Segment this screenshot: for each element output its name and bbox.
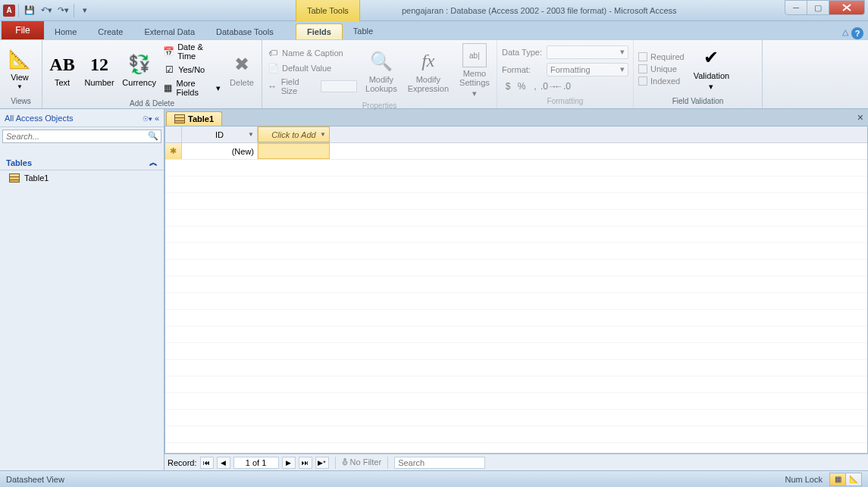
number-field-button[interactable]: 12Number [82, 51, 117, 89]
database-tools-tab[interactable]: Database Tools [205, 24, 284, 39]
workspace: All Access Objects ☉▾ « 🔍 Tables ︽ Table… [0, 109, 868, 470]
ribbon: 📐 View▼ Views ABText 12Number 💱Currency … [0, 39, 868, 109]
data-type-row: Data Type:▾ [500, 45, 630, 60]
views-group-label: Views [3, 95, 39, 107]
redo-icon[interactable]: ↷▾ [55, 3, 71, 18]
column-header-id[interactable]: ID▼ [182, 126, 258, 142]
checkbox-icon: ☑ [163, 64, 175, 76]
column-header-add[interactable]: Click to Add▼ [258, 126, 330, 142]
tables-group-header[interactable]: Tables ︽ [0, 155, 164, 170]
next-record-button[interactable]: ▶ [282, 457, 296, 469]
maximize-button[interactable]: ▢ [807, 0, 829, 15]
ribbon-minimize-icon[interactable]: △ [842, 27, 848, 39]
select-all-cell[interactable] [165, 126, 182, 142]
collapse-group-icon[interactable]: ︽ [149, 157, 158, 168]
field-size-row: ↔Field Size [265, 76, 359, 96]
filter-icon: ⛢ [342, 457, 348, 467]
nav-filter-icon[interactable]: ☉▾ [143, 115, 152, 123]
home-tab[interactable]: Home [44, 24, 87, 39]
record-search-input[interactable] [394, 457, 485, 469]
percent-fmt-icon: % [515, 80, 528, 92]
data-type-select: ▾ [547, 45, 628, 59]
external-data-tab[interactable]: External Data [133, 24, 205, 39]
minimize-button[interactable]: ─ [785, 0, 807, 15]
lookup-icon: 🔍 [369, 49, 393, 73]
cell-add-new[interactable] [258, 143, 330, 159]
name-caption-button: 🏷Name & Caption [265, 46, 359, 60]
qat-customize-icon[interactable]: ▾ [77, 3, 92, 18]
validation-icon: ✔ [699, 45, 723, 70]
memo-settings-button: ab|Memo Settings▾ [456, 42, 494, 100]
more-fields-button[interactable]: ▦More Fields ▾ [161, 78, 222, 98]
quick-access-toolbar: A 💾 ↶▾ ↷▾ ▾ [0, 2, 96, 20]
currency-fmt-icon: $ [502, 80, 514, 92]
window-controls: ─ ▢ [785, 0, 865, 15]
prev-record-button[interactable]: ◀ [217, 457, 230, 469]
currency-field-button[interactable]: 💱Currency [120, 51, 158, 89]
view-switcher: ▦ 📐 [830, 473, 862, 486]
contextual-tab-label: Table Tools [296, 0, 360, 21]
filter-indicator: ⛢ No Filter [342, 457, 382, 467]
search-icon[interactable]: 🔍 [148, 131, 158, 140]
datetime-field-button[interactable]: 📅Date & Time [161, 42, 222, 61]
currency-icon: 💱 [127, 52, 152, 76]
nav-search[interactable]: 🔍 [2, 130, 161, 153]
indexed-checkbox: Indexed [637, 76, 686, 86]
add-column-dropdown-icon[interactable]: ▼ [320, 131, 326, 138]
datasheet-view-button[interactable]: ▦ [829, 473, 846, 486]
size-icon: ↔ [267, 80, 278, 92]
new-record-icon: ✱ [170, 146, 177, 156]
last-record-button[interactable]: ⏭ [299, 457, 312, 469]
format-select: Formatting▾ [547, 63, 628, 76]
view-button[interactable]: 📐 View▼ [3, 45, 36, 92]
undo-icon[interactable]: ↶▾ [39, 3, 54, 18]
fields-tab[interactable]: Fields [296, 23, 343, 39]
view-icon: 📐 [8, 47, 32, 71]
help-icon[interactable]: ? [851, 27, 863, 39]
navigation-pane: All Access Objects ☉▾ « 🔍 Tables ︽ Table… [0, 109, 165, 470]
nav-pane-header[interactable]: All Access Objects ☉▾ « [0, 109, 164, 127]
default-value-button: 📄Default Value [265, 61, 359, 75]
close-tab-icon[interactable]: × [857, 111, 863, 123]
required-checkbox: Required [637, 52, 686, 62]
status-bar: Datasheet View Num Lock ▦ 📐 [0, 470, 868, 487]
table-tab[interactable]: Table [343, 23, 384, 39]
memo-icon: ab| [462, 43, 487, 67]
more-fields-icon: ▦ [163, 82, 173, 94]
nav-collapse-icon[interactable]: « [155, 114, 159, 123]
new-record-button[interactable]: ▶* [315, 457, 329, 469]
document-tabs: Table1 × [165, 109, 868, 126]
datasheet[interactable]: ID▼ Click to Add▼ ✱ (New) [165, 126, 868, 454]
modify-expression-button: fxModify Expression [404, 48, 453, 95]
nav-item-table1[interactable]: Table1 [0, 170, 164, 186]
table-icon [9, 173, 20, 183]
new-record-row[interactable]: ✱ (New) [165, 143, 867, 160]
yesno-field-button[interactable]: ☑Yes/No [161, 63, 222, 76]
datasheet-header: ID▼ Click to Add▼ [165, 126, 867, 143]
validation-button[interactable]: ✔Validation▾ [689, 44, 735, 93]
create-tab[interactable]: Create [87, 24, 133, 39]
fx-icon: fx [416, 49, 440, 73]
design-view-button[interactable]: 📐 [845, 473, 862, 486]
number-format-buttons: $ % , .0→ ←.0 [500, 80, 630, 93]
access-app-icon[interactable]: A [3, 5, 15, 17]
add-delete-group-label: Add & Delete [45, 98, 259, 109]
doc-tab-table1[interactable]: Table1 [166, 111, 222, 126]
close-button[interactable] [829, 0, 865, 15]
window-title: pengajaran : Database (Access 2002 - 200… [402, 6, 677, 15]
cell-id-new[interactable]: (New) [182, 143, 258, 159]
title-bar: A 💾 ↶▾ ↷▾ ▾ Table Tools pengajaran : Dat… [0, 0, 868, 21]
record-position-input[interactable] [233, 457, 279, 469]
file-tab[interactable]: File [2, 21, 44, 39]
nav-search-input[interactable] [2, 130, 161, 143]
text-field-button[interactable]: ABText [45, 51, 79, 89]
formatting-group-label: Formatting [500, 95, 630, 107]
save-icon[interactable]: 💾 [22, 3, 37, 18]
increase-decimals-icon: .0→ [543, 80, 555, 92]
tag-icon: 🏷 [267, 47, 279, 59]
first-record-button[interactable]: ⏮ [200, 457, 214, 469]
row-selector-new[interactable]: ✱ [165, 143, 182, 159]
delete-icon: ✖ [230, 52, 254, 76]
column-dropdown-icon[interactable]: ▼ [248, 131, 254, 138]
datasheet-grid[interactable] [165, 160, 867, 453]
